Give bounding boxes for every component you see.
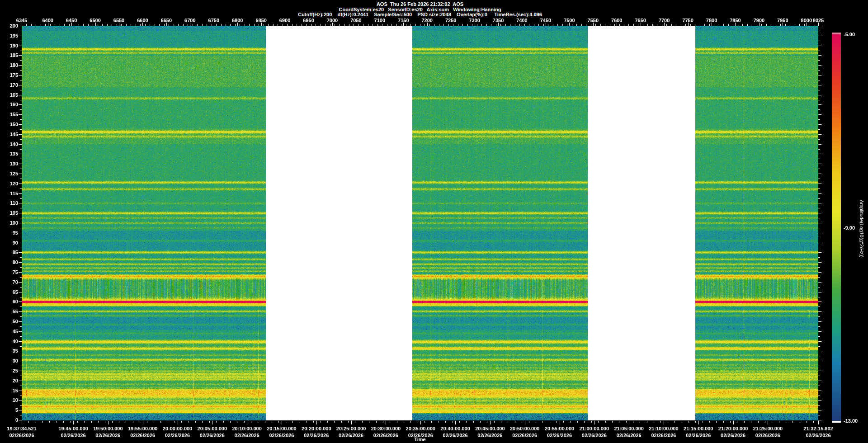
time-tick-date: 02/26/2026: [232, 432, 261, 439]
frequency-tick-label: 60: [2, 299, 18, 304]
time-tick-date: 02/26/2026: [163, 432, 192, 439]
frequency-tick-label: 50: [2, 319, 18, 324]
frequency-tick-label: 95: [2, 230, 18, 236]
frequency-tick-label: 30: [2, 358, 18, 363]
frequency-tick-label: 65: [2, 289, 18, 295]
frequency-tick-label: 150: [2, 122, 18, 127]
frequency-tick-label: 160: [2, 102, 18, 107]
frequency-tick-label: 90: [2, 240, 18, 245]
time-tick-label: 19:37:34.52102/26/2026: [7, 425, 36, 439]
frequency-tick-label: 190: [2, 43, 18, 48]
time-tick-label: 21:15:00.00002/26/2026: [684, 425, 713, 439]
record-tick-label: 6345: [16, 18, 27, 23]
aos-spectrogram-window: AOS Thu 26 Feb 2026 21:32:02 AOS CoordSy…: [0, 0, 868, 443]
record-tick-label: 6600: [137, 18, 148, 23]
record-tick-label: 7200: [421, 18, 432, 23]
frequency-tick-label: 20: [2, 378, 18, 383]
time-tick-label: 20:40:00.00002/26/2026: [440, 425, 470, 439]
frequency-tick-label: 15: [2, 388, 18, 393]
time-tick-date: 02/26/2026: [336, 432, 366, 439]
time-tick-label: 20:45:00.00002/26/2026: [475, 425, 505, 439]
time-tick-date: 02/26/2026: [510, 432, 539, 439]
time-tick-date: 02/26/2026: [267, 432, 296, 439]
time-tick-label: 21:00:00.00002/26/2026: [580, 425, 609, 439]
time-tick-time: 20:25:00.000: [336, 425, 366, 432]
colorbar: [832, 33, 841, 423]
record-tick-label: 6850: [255, 18, 266, 23]
time-axis-title: Time: [414, 437, 425, 442]
time-tick-label: 19:50:00.00002/26/2026: [93, 425, 123, 439]
frequency-tick-label: 0: [2, 417, 18, 423]
frequency-tick-label: 10: [2, 397, 18, 403]
frequency-tick-label: 185: [2, 52, 18, 58]
record-tick-label: 7250: [445, 18, 456, 23]
record-tick-label: 6650: [161, 18, 172, 23]
time-tick-label: 21:32:15.80202/26/2026: [803, 425, 833, 439]
frequency-tick-label: 40: [2, 339, 18, 344]
record-tick-label: 7600: [611, 18, 622, 23]
time-tick-label: 20:20:00.00002/26/2026: [302, 425, 331, 439]
record-tick-label: 6400: [42, 18, 53, 23]
frequency-tick-label: 55: [2, 309, 18, 314]
time-tick-time: 20:55:00.000: [545, 425, 574, 432]
record-tick-label: 7850: [730, 18, 741, 23]
time-tick-date: 02/26/2026: [475, 432, 505, 439]
record-tick-label: 7750: [682, 18, 693, 23]
record-tick-label: 7300: [469, 18, 480, 23]
record-tick-label: 7050: [350, 18, 361, 23]
time-tick-date: 02/26/2026: [128, 432, 157, 439]
record-tick-label: 7100: [374, 18, 385, 23]
colorbar-tick-label: -5.00: [844, 32, 855, 37]
time-tick-time: 19:55:00.000: [128, 425, 157, 432]
time-tick-time: 19:50:00.000: [93, 425, 123, 432]
record-tick-label: 6700: [184, 18, 195, 23]
time-tick-date: 02/26/2026: [7, 432, 36, 439]
time-tick-time: 21:15:00.000: [684, 425, 713, 432]
time-tick-time: 20:05:00.000: [198, 425, 227, 432]
time-tick-date: 02/26/2026: [753, 432, 783, 439]
colorbar-under-range-cap: [832, 421, 841, 423]
time-tick-date: 02/26/2026: [545, 432, 574, 439]
frequency-tick-label: 70: [2, 279, 18, 285]
time-tick-time: 20:15:00.000: [267, 425, 296, 432]
frequency-tick-label: 120: [2, 181, 18, 186]
time-tick-label: 20:00:00.00002/26/2026: [163, 425, 192, 439]
frequency-tick-label: 5: [2, 407, 18, 413]
time-tick-time: 20:00:00.000: [163, 425, 192, 432]
frequency-tick-label: 85: [2, 250, 18, 255]
axis-ticks-layer: [0, 0, 868, 443]
frequency-tick-label: 165: [2, 92, 18, 98]
time-tick-time: 21:20:00.000: [718, 425, 748, 432]
time-tick-date: 02/26/2026: [580, 432, 609, 439]
time-tick-date: 02/26/2026: [93, 432, 123, 439]
frequency-tick-label: 75: [2, 269, 18, 275]
frequency-tick-label: 155: [2, 112, 18, 117]
colorbar-tick-label: -13.00: [844, 418, 858, 424]
record-tick-label: 7350: [493, 18, 504, 23]
time-tick-date: 02/26/2026: [684, 432, 713, 439]
time-tick-time: 20:40:00.000: [440, 425, 470, 432]
time-tick-time: 19:45:00.000: [58, 425, 88, 432]
colorbar-axis-label: Amplitude(Log10(g^2/Hz)): [859, 200, 864, 258]
frequency-tick-label: 130: [2, 161, 18, 166]
record-tick-label: 8025: [813, 18, 824, 23]
record-tick-label: 8000: [801, 18, 812, 23]
frequency-tick-label: 115: [2, 191, 18, 196]
frequency-tick-label: 170: [2, 82, 18, 88]
time-tick-label: 20:05:00.00002/26/2026: [198, 425, 227, 439]
time-tick-time: 19:37:34.521: [7, 425, 36, 432]
time-tick-date: 02/26/2026: [58, 432, 88, 439]
record-tick-label: 6800: [232, 18, 243, 23]
record-tick-label: 7950: [777, 18, 788, 23]
frequency-tick-label: 80: [2, 259, 18, 265]
time-tick-label: 20:15:00.00002/26/2026: [267, 425, 296, 439]
frequency-tick-label: 25: [2, 368, 18, 373]
time-tick-date: 02/26/2026: [614, 432, 643, 439]
time-tick-label: 21:05:00.00002/26/2026: [614, 425, 643, 439]
record-tick-label: 7400: [516, 18, 527, 23]
frequency-tick-label: 180: [2, 62, 18, 68]
time-tick-time: 20:50:00.000: [510, 425, 539, 432]
record-tick-label: 7150: [398, 18, 409, 23]
record-tick-label: 6550: [113, 18, 124, 23]
time-tick-time: 21:25:00.000: [753, 425, 783, 432]
